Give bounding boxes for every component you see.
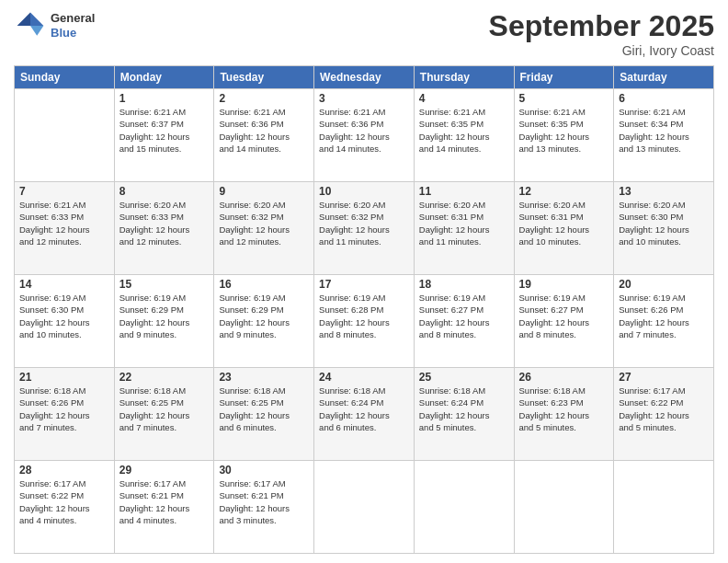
calendar-week-1: 1Sunrise: 6:21 AM Sunset: 6:37 PM Daylig…: [15, 89, 714, 182]
calendar-cell: 21Sunrise: 6:18 AM Sunset: 6:26 PM Dayli…: [15, 368, 115, 461]
day-number: 27: [619, 371, 709, 384]
calendar-cell: 17Sunrise: 6:19 AM Sunset: 6:28 PM Dayli…: [314, 275, 415, 368]
day-info: Sunrise: 6:17 AM Sunset: 6:22 PM Dayligh…: [619, 385, 709, 433]
calendar-cell: 5Sunrise: 6:21 AM Sunset: 6:35 PM Daylig…: [514, 89, 614, 182]
day-info: Sunrise: 6:21 AM Sunset: 6:37 PM Dayligh…: [119, 106, 210, 155]
svg-marker-1: [30, 26, 43, 36]
calendar-cell: 10Sunrise: 6:20 AM Sunset: 6:32 PM Dayli…: [314, 182, 415, 275]
day-info: Sunrise: 6:17 AM Sunset: 6:21 PM Dayligh…: [219, 477, 309, 526]
day-info: Sunrise: 6:20 AM Sunset: 6:32 PM Dayligh…: [319, 199, 409, 247]
day-number: 4: [419, 92, 509, 105]
logo-general: General: [51, 11, 95, 26]
day-number: 22: [119, 371, 210, 384]
logo: General Blue: [14, 9, 95, 42]
day-info: Sunrise: 6:21 AM Sunset: 6:35 PM Dayligh…: [519, 106, 609, 155]
page: General Blue September 2025 Giri, Ivory …: [0, 0, 728, 563]
calendar-cell: 4Sunrise: 6:21 AM Sunset: 6:35 PM Daylig…: [414, 89, 514, 182]
day-info: Sunrise: 6:19 AM Sunset: 6:28 PM Dayligh…: [319, 292, 409, 340]
calendar-cell: 25Sunrise: 6:18 AM Sunset: 6:24 PM Dayli…: [414, 368, 514, 461]
day-number: 9: [219, 185, 309, 198]
calendar-cell: 22Sunrise: 6:18 AM Sunset: 6:25 PM Dayli…: [114, 368, 214, 461]
day-number: 25: [419, 371, 509, 384]
calendar-table: SundayMondayTuesdayWednesdayThursdayFrid…: [14, 65, 714, 554]
day-info: Sunrise: 6:21 AM Sunset: 6:35 PM Dayligh…: [419, 106, 509, 155]
calendar-cell: 8Sunrise: 6:20 AM Sunset: 6:33 PM Daylig…: [114, 182, 214, 275]
calendar-cell: 13Sunrise: 6:20 AM Sunset: 6:30 PM Dayli…: [614, 182, 714, 275]
calendar-cell: [514, 461, 614, 554]
calendar-cell: [614, 461, 714, 554]
day-info: Sunrise: 6:18 AM Sunset: 6:25 PM Dayligh…: [219, 385, 309, 433]
day-info: Sunrise: 6:20 AM Sunset: 6:31 PM Dayligh…: [419, 199, 509, 247]
day-info: Sunrise: 6:20 AM Sunset: 6:33 PM Dayligh…: [119, 199, 210, 247]
day-info: Sunrise: 6:19 AM Sunset: 6:27 PM Dayligh…: [519, 292, 609, 340]
header: General Blue September 2025 Giri, Ivory …: [14, 9, 714, 58]
day-number: 14: [19, 278, 109, 291]
day-number: 10: [319, 185, 409, 198]
day-number: 6: [619, 92, 709, 105]
day-info: Sunrise: 6:21 AM Sunset: 6:33 PM Dayligh…: [19, 199, 109, 247]
day-info: Sunrise: 6:18 AM Sunset: 6:23 PM Dayligh…: [519, 385, 609, 433]
day-number: 19: [519, 278, 609, 291]
day-number: 15: [119, 278, 210, 291]
location: Giri, Ivory Coast: [489, 43, 714, 58]
day-info: Sunrise: 6:17 AM Sunset: 6:21 PM Dayligh…: [119, 477, 210, 526]
day-info: Sunrise: 6:19 AM Sunset: 6:29 PM Dayligh…: [219, 292, 309, 340]
day-info: Sunrise: 6:21 AM Sunset: 6:36 PM Dayligh…: [319, 106, 409, 155]
calendar-week-2: 7Sunrise: 6:21 AM Sunset: 6:33 PM Daylig…: [15, 182, 714, 275]
day-number: 24: [319, 371, 409, 384]
calendar-cell: 3Sunrise: 6:21 AM Sunset: 6:36 PM Daylig…: [314, 89, 415, 182]
day-number: 1: [119, 92, 210, 105]
day-number: 30: [219, 464, 309, 477]
title-block: September 2025 Giri, Ivory Coast: [489, 9, 714, 58]
calendar-cell: 12Sunrise: 6:20 AM Sunset: 6:31 PM Dayli…: [514, 182, 614, 275]
day-number: 23: [219, 371, 309, 384]
day-info: Sunrise: 6:18 AM Sunset: 6:25 PM Dayligh…: [119, 385, 210, 433]
day-number: 18: [419, 278, 509, 291]
calendar-cell: 30Sunrise: 6:17 AM Sunset: 6:21 PM Dayli…: [214, 461, 314, 554]
calendar-cell: 15Sunrise: 6:19 AM Sunset: 6:29 PM Dayli…: [114, 275, 214, 368]
calendar-cell: 7Sunrise: 6:21 AM Sunset: 6:33 PM Daylig…: [15, 182, 115, 275]
day-number: 12: [519, 185, 609, 198]
calendar-col-tuesday: Tuesday: [214, 66, 314, 89]
day-number: 3: [319, 92, 409, 105]
calendar-cell: [15, 89, 115, 182]
day-number: 17: [319, 278, 409, 291]
calendar-cell: 29Sunrise: 6:17 AM Sunset: 6:21 PM Dayli…: [114, 461, 214, 554]
calendar-cell: 9Sunrise: 6:20 AM Sunset: 6:32 PM Daylig…: [214, 182, 314, 275]
day-info: Sunrise: 6:19 AM Sunset: 6:26 PM Dayligh…: [619, 292, 709, 340]
day-info: Sunrise: 6:20 AM Sunset: 6:32 PM Dayligh…: [219, 199, 309, 247]
calendar-cell: 28Sunrise: 6:17 AM Sunset: 6:22 PM Dayli…: [15, 461, 115, 554]
day-info: Sunrise: 6:18 AM Sunset: 6:24 PM Dayligh…: [419, 385, 509, 433]
calendar-cell: 26Sunrise: 6:18 AM Sunset: 6:23 PM Dayli…: [514, 368, 614, 461]
logo-text: General Blue: [51, 11, 95, 40]
calendar-cell: 1Sunrise: 6:21 AM Sunset: 6:37 PM Daylig…: [114, 89, 214, 182]
day-number: 21: [19, 371, 109, 384]
day-number: 16: [219, 278, 309, 291]
calendar-col-sunday: Sunday: [15, 66, 115, 89]
calendar-week-3: 14Sunrise: 6:19 AM Sunset: 6:30 PM Dayli…: [15, 275, 714, 368]
day-info: Sunrise: 6:18 AM Sunset: 6:24 PM Dayligh…: [319, 385, 409, 433]
day-info: Sunrise: 6:19 AM Sunset: 6:30 PM Dayligh…: [19, 292, 109, 340]
day-info: Sunrise: 6:17 AM Sunset: 6:22 PM Dayligh…: [19, 477, 109, 526]
calendar-col-saturday: Saturday: [614, 66, 714, 89]
calendar-cell: [314, 461, 415, 554]
day-info: Sunrise: 6:18 AM Sunset: 6:26 PM Dayligh…: [19, 385, 109, 433]
day-info: Sunrise: 6:21 AM Sunset: 6:36 PM Dayligh…: [219, 106, 309, 155]
day-info: Sunrise: 6:19 AM Sunset: 6:29 PM Dayligh…: [119, 292, 210, 340]
calendar-cell: 11Sunrise: 6:20 AM Sunset: 6:31 PM Dayli…: [414, 182, 514, 275]
day-number: 7: [19, 185, 109, 198]
calendar-col-monday: Monday: [114, 66, 214, 89]
calendar-cell: [414, 461, 514, 554]
day-info: Sunrise: 6:19 AM Sunset: 6:27 PM Dayligh…: [419, 292, 509, 340]
day-number: 26: [519, 371, 609, 384]
calendar-cell: 27Sunrise: 6:17 AM Sunset: 6:22 PM Dayli…: [614, 368, 714, 461]
calendar-cell: 16Sunrise: 6:19 AM Sunset: 6:29 PM Dayli…: [214, 275, 314, 368]
calendar-col-thursday: Thursday: [414, 66, 514, 89]
day-number: 13: [619, 185, 709, 198]
day-number: 29: [119, 464, 210, 477]
calendar-cell: 19Sunrise: 6:19 AM Sunset: 6:27 PM Dayli…: [514, 275, 614, 368]
day-number: 20: [619, 278, 709, 291]
day-info: Sunrise: 6:20 AM Sunset: 6:31 PM Dayligh…: [519, 199, 609, 247]
calendar-cell: 6Sunrise: 6:21 AM Sunset: 6:34 PM Daylig…: [614, 89, 714, 182]
day-info: Sunrise: 6:21 AM Sunset: 6:34 PM Dayligh…: [619, 106, 709, 155]
